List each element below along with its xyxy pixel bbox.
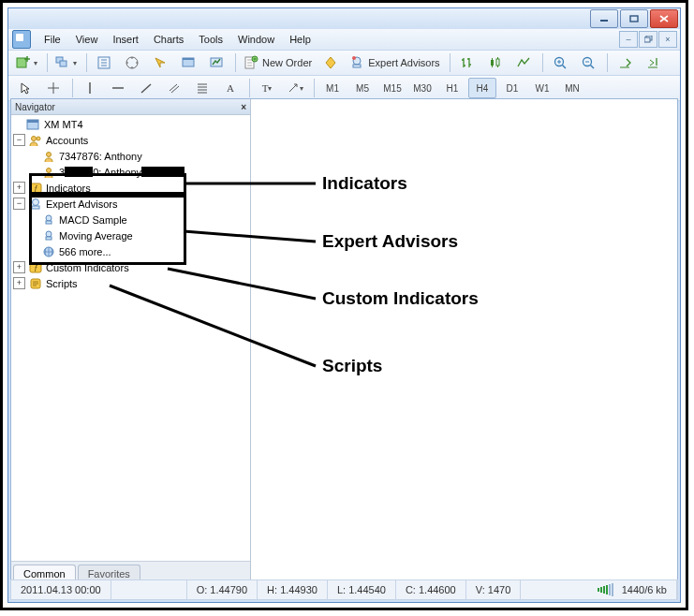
timeframe-m30[interactable]: M30 [408, 78, 436, 98]
expand-toggle[interactable]: + [13, 277, 25, 289]
chart-candles-button[interactable] [482, 52, 509, 73]
ind-icon: f [28, 261, 43, 274]
timeframe-m1[interactable]: M1 [318, 78, 347, 98]
tree-ea-item[interactable]: 566 more... [13, 243, 250, 259]
timeframe-mn[interactable]: MN [558, 78, 586, 98]
svg-point-26 [47, 168, 52, 172]
timeframe-d1[interactable]: D1 [498, 78, 526, 98]
navigator-tabs: Common Favorites [11, 561, 250, 580]
new-chart-button[interactable]: ▾ [12, 52, 41, 73]
menu-view[interactable]: View [68, 31, 106, 48]
tree-root[interactable]: XM MT4 [13, 116, 250, 132]
tree-custom-indicators[interactable]: +fCustom Indicators [13, 259, 250, 275]
minimize-button[interactable] [590, 9, 618, 28]
navigator-close-button[interactable]: × [241, 102, 246, 112]
maximize-button[interactable] [620, 9, 648, 28]
expand-toggle[interactable]: − [13, 134, 25, 146]
new-order-button[interactable]: New Order [240, 52, 316, 73]
tree-account-item[interactable]: 7347876: Anthony [13, 148, 250, 164]
horizontal-line-button[interactable] [105, 78, 131, 98]
root-icon [26, 118, 41, 131]
client-area: Navigator × XM MT4−Accounts7347876: Anth… [10, 98, 678, 581]
trendline-button[interactable] [133, 78, 159, 98]
svg-rect-22 [27, 120, 38, 123]
tree-account-item[interactable]: 30: Anthony [13, 164, 250, 180]
cursor-button[interactable] [12, 78, 38, 98]
status-datetime: 2011.04.13 00:00 [11, 580, 111, 599]
menu-help[interactable]: Help [282, 31, 318, 48]
svg-rect-10 [183, 58, 194, 60]
data-window-button[interactable] [119, 52, 145, 73]
script-icon [28, 277, 43, 290]
arrows-button[interactable]: ▾ [282, 78, 308, 98]
strategy-tester-button[interactable] [203, 52, 229, 73]
tree-indicators[interactable]: +fIndicators [13, 180, 250, 196]
mdi-restore-button[interactable] [639, 31, 657, 48]
navigator-title: Navigator × [11, 99, 250, 115]
auto-scroll-button[interactable] [612, 52, 638, 73]
chart-line-button[interactable] [510, 52, 537, 73]
vertical-line-button[interactable] [77, 78, 103, 98]
menu-file[interactable]: File [37, 31, 68, 48]
tree-ea-item[interactable]: Moving Average [13, 227, 250, 243]
mdi-controls: – × [618, 31, 677, 48]
account-icon [41, 150, 56, 163]
chart-bars-button[interactable] [454, 52, 480, 73]
status-high: H: 1.44930 [258, 580, 328, 599]
menu-insert[interactable]: Insert [105, 31, 146, 48]
svg-rect-3 [644, 37, 650, 42]
navigator-button[interactable] [147, 52, 173, 73]
zoom-out-button[interactable] [575, 52, 601, 73]
navigator-title-text: Navigator [15, 102, 55, 112]
profiles-button[interactable]: ▾ [52, 52, 81, 73]
expand-toggle[interactable]: − [13, 198, 25, 210]
expert-advisors-button[interactable]: Expert Advisors [346, 52, 443, 73]
navigator-tree[interactable]: XM MT4−Accounts7347876: Anthony30: Antho… [11, 114, 250, 562]
chart-area [251, 99, 677, 580]
svg-rect-6 [60, 61, 66, 66]
mdi-close-button[interactable]: × [658, 31, 677, 48]
menu-window[interactable]: Window [230, 31, 282, 48]
svg-point-24 [37, 137, 40, 140]
zoom-in-button[interactable] [547, 52, 573, 73]
equidistant-channel-button[interactable] [161, 78, 187, 98]
text-button[interactable]: A [217, 78, 244, 98]
terminal-button[interactable] [175, 52, 201, 73]
timeframe-w1[interactable]: W1 [528, 78, 556, 98]
expert-advisors-label: Expert Advisors [368, 57, 439, 68]
menu-tools[interactable]: Tools [191, 31, 230, 48]
ea-icon [28, 198, 43, 211]
svg-rect-17 [491, 60, 494, 66]
fibonacci-button[interactable] [189, 78, 215, 98]
mdi-minimize-button[interactable]: – [619, 31, 638, 48]
close-button[interactable] [650, 9, 678, 28]
tree-ea-item[interactable]: MACD Sample [13, 212, 250, 227]
text-label-button[interactable]: T▾ [254, 78, 280, 98]
tree-scripts[interactable]: +Scripts [13, 275, 250, 291]
timeframe-h1[interactable]: H1 [438, 78, 466, 98]
status-close: C: 1.44600 [396, 580, 466, 599]
svg-point-23 [32, 136, 37, 140]
eaitem-icon [41, 213, 56, 227]
status-connection-text: 1440/6 kb [622, 584, 667, 595]
timeframe-h4[interactable]: H4 [468, 78, 496, 98]
svg-rect-1 [630, 16, 638, 22]
crosshair-button[interactable] [40, 78, 66, 98]
svg-rect-34 [46, 237, 52, 240]
tree-expert-advisors[interactable]: −Expert Advisors [13, 196, 250, 212]
timeframe-m15[interactable]: M15 [378, 78, 406, 98]
chart-shift-button[interactable] [640, 52, 666, 73]
menu-charts[interactable]: Charts [146, 31, 191, 48]
timeframe-m5[interactable]: M5 [348, 78, 377, 98]
svg-rect-30 [32, 206, 39, 209]
menubar: FileViewInsertChartsToolsWindowHelp – × [8, 29, 680, 50]
metaquotes-button[interactable] [317, 52, 344, 73]
svg-point-29 [33, 198, 39, 205]
accounts-icon [28, 134, 43, 147]
new-order-label: New Order [262, 57, 312, 68]
tree-accounts[interactable]: −Accounts [13, 132, 250, 148]
svg-rect-15 [353, 65, 361, 67]
expand-toggle[interactable]: + [13, 182, 25, 194]
expand-toggle[interactable]: + [13, 261, 25, 273]
market-watch-button[interactable] [91, 52, 117, 73]
